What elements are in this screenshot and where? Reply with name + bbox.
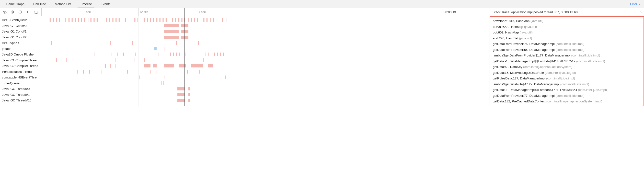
timeline-lane[interactable] — [42, 57, 490, 63]
activity-segment — [203, 58, 204, 62]
playhead[interactable] — [184, 8, 185, 106]
one-to-one-icon[interactable]: 1:1 — [26, 10, 30, 14]
zoom-in-icon[interactable] — [10, 10, 15, 14]
activity-segment — [176, 52, 177, 56]
activity-segment — [191, 18, 192, 22]
activity-segment — [144, 64, 150, 67]
filter-dropdown[interactable]: Filter ⌄ — [628, 2, 642, 6]
stack-frame[interactable]: getData:-1, DataManagerImpl$$Lambda$1414… — [493, 58, 641, 64]
svg-rect-6 — [35, 11, 38, 13]
activity-segment — [213, 58, 213, 62]
stack-frame[interactable]: getDataFromProvider:76, DataManagerImpl … — [493, 41, 641, 47]
activity-segment — [88, 18, 89, 22]
activity-segment — [178, 87, 185, 90]
timeline-lane[interactable] — [42, 52, 490, 57]
activity-segment — [197, 52, 197, 56]
main-content: AWT-EventQueue-0 Java: G1 Conc#0 Java: G… — [0, 16, 644, 106]
stack-frame[interactable]: getRulesData:137, DataManagerImpl (com.i… — [493, 76, 641, 81]
timeline-lane[interactable] — [42, 75, 490, 80]
activity-segment — [200, 70, 200, 74]
timeline-lane[interactable] — [42, 69, 490, 75]
activity-segment — [173, 52, 174, 56]
activity-segment — [132, 18, 133, 22]
timeline-lane[interactable] — [42, 98, 490, 103]
tab-call-tree[interactable]: Call Tree — [29, 0, 50, 8]
activity-segment — [137, 18, 138, 22]
tab-flame-graph[interactable]: Flame Graph — [2, 0, 29, 8]
stack-frame[interactable]: getDataFromProvider:56, DataManagerImpl … — [493, 47, 641, 53]
timeline-lane[interactable] — [42, 86, 490, 92]
activity-segment — [206, 52, 206, 56]
activity-segment — [143, 18, 144, 22]
stack-trace-header[interactable]: Stack Trace: ApplicationImpl pooled thre… — [490, 8, 644, 16]
thread-name[interactable]: Periodic tasks thread — [2, 69, 42, 75]
activity-segment — [120, 18, 120, 22]
activity-segment — [136, 18, 136, 22]
thread-name[interactable]: Java: C1 CompilerThread — [2, 57, 42, 63]
timeline-ruler[interactable]: 10 sec 12 sec 14 sec — [42, 8, 441, 16]
eye-icon[interactable] — [2, 10, 7, 14]
activity-segment — [197, 18, 198, 22]
stack-frame[interactable]: newNode:1815, HashMap (java.util) — [493, 18, 641, 24]
activity-segment — [200, 52, 200, 56]
activity-segment — [65, 70, 65, 74]
stack-frame[interactable]: lambda$getDataFromProvider$1:77, DataMan… — [493, 52, 641, 58]
activity-segment — [80, 18, 80, 22]
activity-segment — [223, 52, 224, 56]
activity-segment — [175, 18, 176, 22]
thread-name[interactable]: Java: GC Thread#0 — [2, 86, 42, 92]
activity-segment — [223, 58, 223, 62]
zoom-out-icon[interactable] — [18, 10, 22, 14]
activity-segment — [225, 76, 226, 79]
thread-name[interactable]: jattach — [2, 46, 42, 52]
timeline-lane[interactable] — [42, 17, 490, 23]
activity-segment — [181, 30, 188, 33]
activity-segment — [149, 18, 149, 22]
activity-segment — [152, 76, 152, 79]
stack-frame[interactable]: getData:15, MainVcsLogUiDataRule (com.in… — [493, 70, 641, 76]
activity-segment — [50, 18, 51, 22]
timeline-lane[interactable] — [42, 63, 490, 69]
activity-segment — [168, 18, 168, 22]
timeline-lane[interactable] — [42, 34, 490, 40]
thread-name[interactable]: Java: G1 Conc#0 — [2, 23, 42, 29]
thread-name[interactable]: Java2D Queue Flusher — [2, 52, 42, 57]
stack-frame[interactable]: lambda$getDataRule$4:127, DataManagerImp… — [493, 81, 641, 87]
thread-name[interactable]: AWT-EventQueue-0 — [2, 17, 42, 23]
activity-segment — [191, 41, 191, 45]
thread-name[interactable]: Java: G1 Conc#2 — [2, 34, 42, 40]
stack-frame[interactable]: getData:68, DataKey (com.intellij.openap… — [493, 64, 641, 70]
stack-frame[interactable]: getDataFromProvider:77, DataManagerImpl … — [493, 93, 641, 99]
stack-frame[interactable]: put:608, HashMap (java.util) — [493, 29, 641, 35]
timeline-lane[interactable] — [42, 29, 490, 34]
stack-frame[interactable]: add:220, HashSet (java.util) — [493, 35, 641, 41]
thread-name[interactable]: com.apple.NSEventThre — [2, 75, 42, 80]
activity-segment — [112, 18, 112, 22]
timeline-lane[interactable] — [42, 46, 490, 52]
thread-name[interactable]: Java: GC Thread#1 — [2, 92, 42, 98]
thread-name[interactable]: Java: GC Thread#10 — [2, 98, 42, 103]
tab-method-list[interactable]: Method List — [50, 0, 76, 8]
activity-segment — [164, 47, 164, 51]
timeline-lane[interactable] — [42, 92, 490, 98]
activity-segment — [110, 41, 110, 45]
thread-name[interactable]: TimerQueue — [2, 80, 42, 86]
activity-segment — [164, 24, 178, 27]
tab-timeline[interactable]: Timeline — [76, 0, 96, 8]
timeline-body[interactable] — [42, 16, 490, 106]
activity-segment — [123, 52, 124, 56]
thread-name[interactable]: Java: G1 Conc#1 — [2, 29, 42, 34]
activity-segment — [56, 58, 57, 62]
timeline-lane[interactable] — [42, 80, 490, 86]
activity-segment — [65, 18, 66, 22]
selection-icon[interactable] — [34, 10, 38, 14]
timeline-lane[interactable] — [42, 40, 490, 46]
stack-frame[interactable]: getData:-1, DataManagerImpl$$Lambda$1771… — [493, 87, 641, 93]
stack-frame[interactable]: getData:182, PreCachedDataContext (com.i… — [493, 99, 641, 104]
thread-name[interactable]: Java: C2 CompilerThread — [2, 63, 42, 69]
activity-segment — [70, 18, 70, 22]
tab-events[interactable]: Events — [96, 0, 115, 8]
timeline-lane[interactable] — [42, 23, 490, 29]
thread-name[interactable]: AWT-AppKit — [2, 40, 42, 46]
stack-frame[interactable]: putVal:627, HashMap (java.util) — [493, 24, 641, 30]
